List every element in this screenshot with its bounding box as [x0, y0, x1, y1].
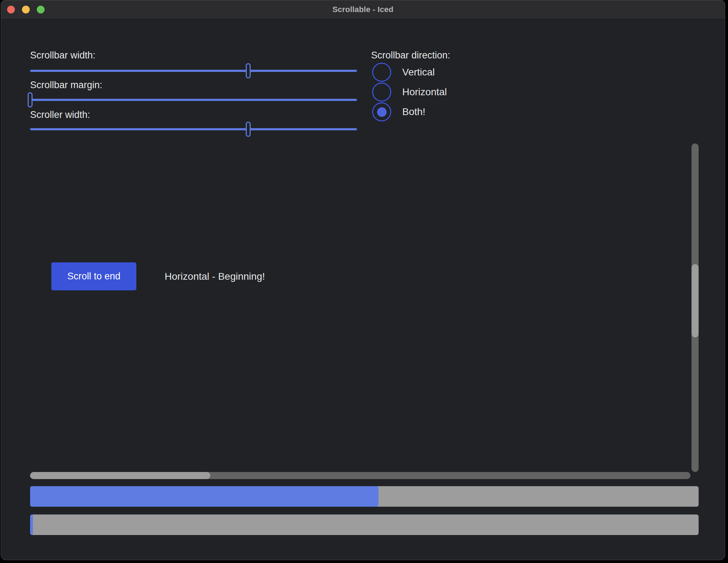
horizontal-progress-bar	[30, 514, 699, 535]
radio-option-both[interactable]: Both!	[372, 102, 447, 121]
slider-handle[interactable]	[246, 63, 251, 79]
slider-rail[interactable]	[30, 70, 357, 72]
slider-handle[interactable]	[28, 92, 33, 108]
titlebar: Scrollable - Iced	[1, 0, 725, 19]
radio-option-vertical[interactable]: Vertical	[372, 63, 447, 82]
scrollbar-direction-group: Vertical Horizontal Both!	[372, 63, 447, 121]
minimize-button[interactable]	[22, 6, 30, 13]
scrollbar-margin-label: Scrollbar margin:	[30, 80, 102, 91]
window-title: Scrollable - Iced	[332, 5, 393, 14]
slider-rail[interactable]	[30, 99, 357, 101]
radio-label: Both!	[402, 106, 425, 118]
zoom-button[interactable]	[37, 6, 45, 13]
radio-option-horizontal[interactable]: Horizontal	[372, 83, 447, 102]
horizontal-scroller[interactable]	[30, 472, 210, 479]
scroll-status-text: Horizontal - Beginning!	[165, 262, 265, 290]
horizontal-scrollbar[interactable]	[30, 472, 690, 479]
scrollbar-margin-slider[interactable]	[30, 92, 357, 108]
vertical-scrollbar[interactable]	[692, 143, 699, 472]
vertical-scroller[interactable]	[692, 264, 699, 338]
close-button[interactable]	[7, 6, 15, 13]
radio-dot-icon	[377, 107, 387, 117]
progress-fill	[30, 486, 379, 507]
radio-circle-icon[interactable]	[372, 102, 391, 121]
radio-circle-icon[interactable]	[372, 83, 391, 102]
app-window: Scrollable - Iced Scrollbar width: Scrol…	[1, 0, 725, 560]
radio-label: Horizontal	[402, 86, 447, 98]
scrollbar-width-label: Scrollbar width:	[30, 50, 96, 61]
scrollbar-width-slider[interactable]	[30, 63, 357, 79]
radio-label: Vertical	[402, 67, 435, 78]
slider-rail[interactable]	[30, 128, 357, 130]
vertical-progress-bar	[30, 486, 699, 507]
progress-fill	[30, 514, 33, 535]
scroll-to-end-button[interactable]: Scroll to end	[51, 262, 136, 290]
main-content: Scrollbar width: Scrollbar margin: Scrol…	[1, 19, 725, 560]
radio-circle-icon[interactable]	[372, 63, 391, 82]
scroller-width-label: Scroller width:	[30, 109, 90, 120]
scrollbar-direction-label: Scrollbar direction:	[371, 50, 450, 61]
traffic-lights	[7, 0, 45, 19]
scroller-width-slider[interactable]	[30, 121, 357, 137]
slider-handle[interactable]	[246, 122, 251, 137]
